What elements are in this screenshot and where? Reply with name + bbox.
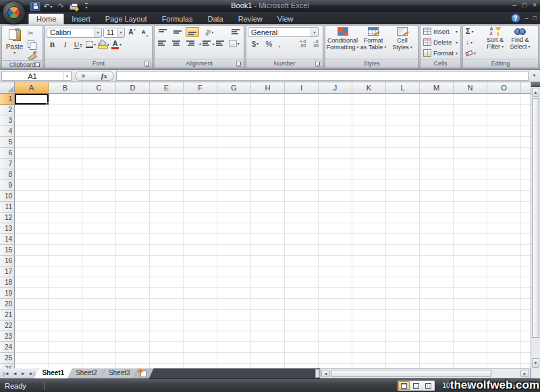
top-align-button[interactable] bbox=[156, 27, 169, 37]
wrap-text-button[interactable] bbox=[229, 27, 242, 37]
tab-review[interactable]: Review bbox=[231, 13, 270, 24]
cell-B4[interactable] bbox=[49, 126, 82, 137]
align-center-button[interactable] bbox=[170, 38, 183, 49]
cell-N19[interactable] bbox=[454, 288, 487, 299]
row-header-26[interactable]: 26 bbox=[0, 364, 15, 368]
cell-A5[interactable] bbox=[15, 137, 49, 148]
autosum-button[interactable]: Σ▾ bbox=[464, 26, 482, 36]
cell-O20[interactable] bbox=[487, 299, 521, 310]
cell-K4[interactable] bbox=[352, 126, 386, 137]
cell-N16[interactable] bbox=[454, 256, 487, 267]
cell-N9[interactable] bbox=[454, 180, 487, 191]
cell-O16[interactable] bbox=[487, 256, 521, 267]
cell-M24[interactable] bbox=[420, 342, 454, 353]
vertical-scrollbar[interactable]: ▲ ▼ bbox=[531, 82, 540, 368]
cell-G5[interactable] bbox=[217, 137, 251, 148]
cell-D24[interactable] bbox=[116, 342, 150, 353]
cell-B6[interactable] bbox=[49, 148, 82, 159]
cell-H22[interactable] bbox=[251, 320, 285, 331]
cell-A16[interactable] bbox=[15, 256, 49, 267]
undo-button[interactable]: ↶▾ bbox=[43, 1, 53, 11]
cell-E22[interactable] bbox=[150, 320, 184, 331]
cell-A11[interactable] bbox=[15, 202, 49, 213]
cell-L6[interactable] bbox=[386, 148, 420, 159]
cell-G13[interactable] bbox=[217, 223, 251, 234]
cell-O15[interactable] bbox=[487, 245, 521, 256]
cell-N14[interactable] bbox=[454, 234, 487, 245]
cell-J1[interactable] bbox=[319, 94, 352, 105]
middle-align-button[interactable] bbox=[171, 27, 184, 37]
number-format-select[interactable]: General▾ bbox=[248, 27, 319, 37]
cell-O11[interactable] bbox=[487, 202, 521, 213]
column-header-M[interactable]: M bbox=[420, 82, 454, 94]
help-button[interactable]: ? bbox=[511, 13, 520, 23]
vertical-scroll-track[interactable] bbox=[531, 338, 540, 358]
row-header-25[interactable]: 25 bbox=[0, 353, 15, 364]
cell-J16[interactable] bbox=[319, 256, 352, 267]
cell-I13[interactable] bbox=[285, 223, 319, 234]
fill-button[interactable]: ↓▾ bbox=[464, 37, 482, 47]
cell-J5[interactable] bbox=[319, 137, 352, 148]
cell-E16[interactable] bbox=[150, 256, 184, 267]
cell-A6[interactable] bbox=[15, 148, 49, 159]
cell-I21[interactable] bbox=[285, 310, 319, 320]
cell-C16[interactable] bbox=[82, 256, 116, 267]
previous-sheet-button[interactable]: ◄ bbox=[13, 369, 18, 378]
cell-A20[interactable] bbox=[15, 299, 49, 310]
cell-J9[interactable] bbox=[319, 180, 352, 191]
cell-M14[interactable] bbox=[420, 234, 454, 245]
cell-H16[interactable] bbox=[251, 256, 285, 267]
cell-E15[interactable] bbox=[150, 245, 184, 256]
cell-E19[interactable] bbox=[150, 288, 184, 299]
cell-M10[interactable] bbox=[420, 191, 454, 202]
cell-G14[interactable] bbox=[217, 234, 251, 245]
cell-K3[interactable] bbox=[352, 115, 386, 126]
cell-C15[interactable] bbox=[82, 245, 116, 256]
row-header-22[interactable]: 22 bbox=[0, 320, 15, 331]
cell-H20[interactable] bbox=[251, 299, 285, 310]
cell-B8[interactable] bbox=[49, 169, 82, 180]
cell-M18[interactable] bbox=[420, 277, 454, 288]
cell-I3[interactable] bbox=[285, 115, 319, 126]
cell-I23[interactable] bbox=[285, 331, 319, 342]
cell-E18[interactable] bbox=[150, 277, 184, 288]
alignment-dialog-launcher[interactable] bbox=[236, 61, 242, 67]
row-header-20[interactable]: 20 bbox=[0, 299, 15, 310]
cell-D16[interactable] bbox=[116, 256, 150, 267]
cell-F19[interactable] bbox=[184, 288, 217, 299]
cell-F18[interactable] bbox=[184, 277, 217, 288]
cell-G12[interactable] bbox=[217, 213, 251, 223]
cell-H7[interactable] bbox=[251, 159, 285, 169]
cell-A25[interactable] bbox=[15, 353, 49, 364]
conditional-formatting-button[interactable]: Conditional Formatting▾ bbox=[327, 27, 358, 59]
cell-H5[interactable] bbox=[251, 137, 285, 148]
cell-M21[interactable] bbox=[420, 310, 454, 320]
clipboard-dialog-launcher[interactable] bbox=[35, 62, 41, 68]
page-layout-view-button[interactable] bbox=[410, 381, 422, 390]
cell-A9[interactable] bbox=[15, 180, 49, 191]
cell-K8[interactable] bbox=[352, 169, 386, 180]
scroll-up-button[interactable]: ▲ bbox=[532, 88, 539, 97]
cell-N22[interactable] bbox=[454, 320, 487, 331]
cell-B13[interactable] bbox=[49, 223, 82, 234]
cell-M13[interactable] bbox=[420, 223, 454, 234]
cell-L11[interactable] bbox=[386, 202, 420, 213]
cell-M2[interactable] bbox=[420, 105, 454, 115]
cell-K24[interactable] bbox=[352, 342, 386, 353]
cell-I1[interactable] bbox=[285, 94, 319, 105]
cell-B22[interactable] bbox=[49, 320, 82, 331]
font-dialog-launcher[interactable] bbox=[144, 61, 151, 67]
horizontal-scroll-track[interactable] bbox=[491, 369, 520, 378]
cell-B1[interactable] bbox=[49, 94, 82, 105]
cell-E2[interactable] bbox=[150, 105, 184, 115]
shrink-font-button[interactable]: A▾ bbox=[139, 27, 151, 38]
cell-N12[interactable] bbox=[454, 213, 487, 223]
cell-O1[interactable] bbox=[487, 94, 521, 105]
cell-G7[interactable] bbox=[217, 159, 251, 169]
column-header-C[interactable]: C bbox=[82, 82, 116, 94]
cell-K11[interactable] bbox=[352, 202, 386, 213]
cell-J10[interactable] bbox=[319, 191, 352, 202]
delete-cells-button[interactable]: Delete▾ bbox=[422, 37, 459, 47]
cell-B17[interactable] bbox=[49, 267, 82, 277]
cell-G15[interactable] bbox=[217, 245, 251, 256]
